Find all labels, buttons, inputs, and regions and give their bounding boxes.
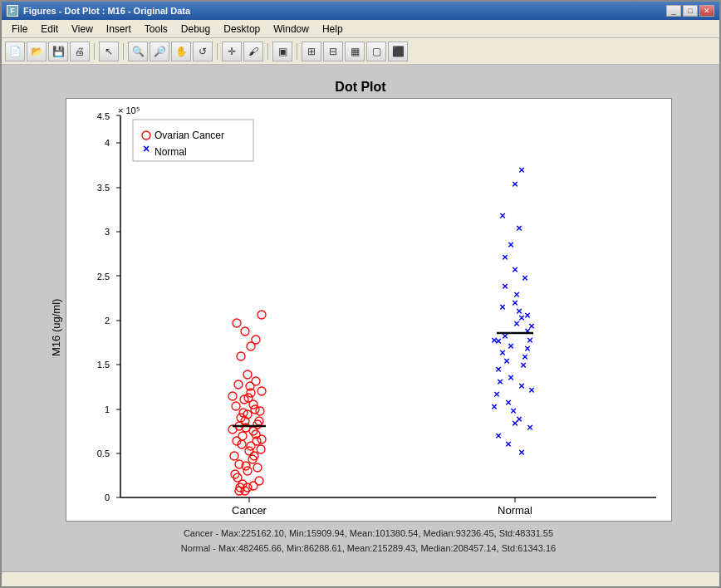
svg-text:1: 1 [104, 404, 109, 414]
status-bar [2, 571, 719, 586]
svg-text:×: × [528, 320, 535, 332]
svg-text:Normal: Normal [154, 146, 187, 158]
cancer-stats: Cancer - Max:225162.10, Min:15909.94, Me… [181, 527, 556, 541]
svg-text:4.5: 4.5 [96, 111, 109, 121]
stats-container: Cancer - Max:225162.10, Min:15909.94, Me… [181, 527, 556, 556]
sep4 [267, 43, 268, 60]
svg-point-40 [258, 435, 266, 443]
svg-text:3: 3 [104, 227, 109, 237]
svg-text:×: × [512, 263, 518, 276]
svg-text:×: × [508, 371, 514, 384]
rotate-button[interactable]: ↺ [193, 42, 213, 61]
svg-text:×: × [491, 334, 498, 346]
svg-point-62 [255, 477, 263, 485]
svg-text:×: × [495, 363, 502, 375]
zoom-out-button[interactable]: 🔎 [150, 42, 169, 61]
title-bar: F Figures - Dot Plot : M16 - Original Da… [2, 2, 719, 20]
save-button[interactable]: 💾 [48, 42, 68, 61]
svg-text:×: × [518, 446, 525, 458]
svg-point-77 [258, 311, 266, 319]
data-cursor-button[interactable]: ✛ [222, 42, 242, 61]
svg-point-42 [245, 447, 253, 455]
figure-container: Dot Plot M16 (ug/ml) × 10⁵ [10, 73, 711, 563]
svg-point-68 [230, 452, 238, 460]
svg-text:×: × [502, 280, 508, 292]
restore-button[interactable]: □ [683, 5, 698, 17]
svg-text:×: × [513, 288, 520, 301]
svg-text:×: × [499, 209, 506, 222]
layout1[interactable]: ▦ [345, 42, 365, 61]
svg-text:×: × [142, 142, 149, 155]
close-button[interactable]: ✕ [699, 5, 714, 17]
svg-text:Ovarian Cancer: Ovarian Cancer [154, 130, 224, 141]
new-button[interactable]: 📄 [5, 42, 25, 61]
svg-point-34 [256, 407, 264, 415]
svg-point-51 [253, 463, 262, 472]
insert-colorbar-button[interactable]: ▣ [272, 42, 292, 61]
layout3[interactable]: ⬛ [388, 42, 408, 61]
svg-text:2: 2 [104, 316, 109, 326]
svg-point-67 [257, 445, 265, 453]
menu-window[interactable]: Window [267, 22, 316, 37]
svg-text:1.5: 1.5 [96, 360, 109, 370]
svg-text:×: × [502, 251, 508, 263]
print-button[interactable]: 🖨 [70, 42, 90, 61]
menu-insert[interactable]: Insert [100, 22, 138, 37]
open-button[interactable]: 📂 [27, 42, 47, 61]
sep2 [123, 43, 124, 60]
minimize-button[interactable]: _ [666, 5, 681, 17]
svg-text:0: 0 [104, 492, 109, 502]
svg-text:×: × [497, 375, 503, 388]
brush-button[interactable]: 🖌 [243, 42, 263, 61]
menu-view[interactable]: View [65, 22, 100, 37]
menu-help[interactable]: Help [316, 22, 350, 37]
svg-point-41 [232, 402, 240, 410]
menu-file[interactable]: File [5, 22, 34, 37]
svg-point-52 [228, 392, 237, 400]
sep1 [94, 43, 95, 60]
svg-text:×: × [503, 355, 510, 367]
svg-point-75 [252, 336, 260, 344]
svg-text:×: × [512, 178, 518, 190]
svg-point-72 [237, 352, 245, 360]
svg-text:×: × [495, 429, 502, 442]
svg-text:×: × [524, 309, 531, 321]
layout2[interactable]: ▢ [366, 42, 386, 61]
normal-points: × × × × × × × × × × × × [491, 164, 535, 458]
menu-tools[interactable]: Tools [138, 22, 174, 37]
grid-button[interactable]: ⊞ [302, 42, 321, 61]
main-window: F Figures - Dot Plot : M16 - Original Da… [0, 0, 721, 588]
toolbar: 📄 📂 💾 🖨 ↖ 🔍 🔎 ✋ ↺ ✛ 🖌 ▣ ⊞ ⊟ ▦ ▢ ⬛ [2, 38, 719, 65]
svg-text:2.5: 2.5 [96, 272, 109, 282]
tile-button[interactable]: ⊟ [323, 42, 343, 61]
select-button[interactable]: ↖ [99, 42, 119, 61]
menu-edit[interactable]: Edit [34, 22, 65, 37]
svg-point-58 [243, 370, 252, 379]
svg-text:×: × [493, 388, 500, 400]
normal-stats: Normal - Max:482465.66, Min:86288.61, Me… [181, 541, 556, 556]
plot-svg: × 10⁵ 0 0.5 1 [66, 99, 673, 522]
svg-text:×: × [508, 238, 514, 251]
zoom-in-button[interactable]: 🔍 [128, 42, 148, 61]
menu-desktop[interactable]: Desktop [217, 22, 267, 37]
pan-button[interactable]: ✋ [171, 42, 191, 61]
svg-text:×: × [527, 421, 533, 434]
cancer-points [228, 311, 266, 495]
svg-text:×: × [524, 342, 531, 355]
svg-point-80 [249, 482, 258, 490]
sep5 [297, 43, 297, 60]
svg-text:×: × [505, 438, 512, 450]
app-icon: F [7, 5, 18, 17]
svg-text:×: × [491, 400, 498, 413]
svg-text:×: × [516, 222, 522, 234]
menu-debug[interactable]: Debug [174, 22, 217, 37]
svg-text:×: × [499, 301, 506, 313]
plot-wrapper: M16 (ug/ml) × 10⁵ [50, 98, 672, 556]
svg-point-53 [258, 387, 266, 395]
svg-text:×: × [522, 272, 528, 284]
svg-point-57 [252, 377, 260, 385]
svg-text:Cancer: Cancer [232, 504, 267, 517]
plot-area[interactable]: × 10⁵ 0 0.5 1 [66, 98, 672, 522]
window-title: Figures - Dot Plot : M16 - Original Data [23, 6, 190, 16]
svg-point-76 [233, 319, 241, 327]
